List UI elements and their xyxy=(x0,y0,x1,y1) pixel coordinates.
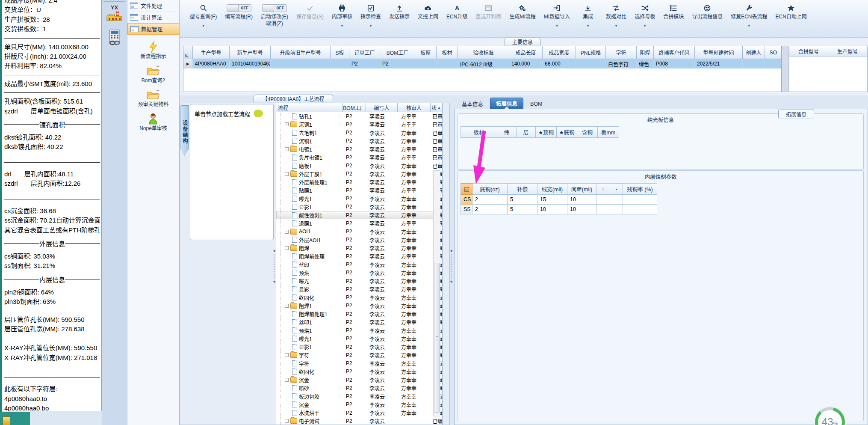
tree-row[interactable]: 负片电镀1P2李凌云方幸幸已审核 xyxy=(276,153,442,161)
dropdown-arrow-icon[interactable]: ▾ xyxy=(587,24,589,27)
dropdown-arrow-icon[interactable]: ▾ xyxy=(748,24,750,27)
dropdown-arrow-icon[interactable]: ▾ xyxy=(370,24,372,27)
tree-expander-icon[interactable]: - xyxy=(285,419,289,423)
dropdown-arrow-icon[interactable]: ▾ xyxy=(615,24,617,27)
tree-expander-icon[interactable]: - xyxy=(285,230,289,234)
column-header[interactable]: 阻焊 xyxy=(637,46,654,59)
tree-scrollbar-thumb[interactable] xyxy=(434,263,440,413)
toolbar-item[interactable]: 数据对比▾ xyxy=(602,3,630,27)
tree-row[interactable]: 去毛刺1P2李凌云方幸幸已审核 xyxy=(276,129,442,137)
toggle-off[interactable]: OFF xyxy=(262,4,287,12)
tree-row[interactable]: 丝印1P2李凌云方幸幸已审核 xyxy=(276,318,442,326)
column-header[interactable]: 板材 xyxy=(437,46,458,59)
collapse-left-icon[interactable]: ◀ xyxy=(450,249,452,253)
column-header[interactable]: 型号创建时间 xyxy=(695,46,743,59)
toolbar-item[interactable]: OFF启动修改(E)取消(Z) xyxy=(257,3,292,27)
tree-row[interactable]: 显影P2李凌云方幸幸已审核 xyxy=(276,285,442,293)
tree-column-header[interactable]: BOM工厂 xyxy=(342,103,366,112)
tree-row[interactable]: 显影1P2李凌云方幸幸已审核 xyxy=(276,343,442,351)
tree-row[interactable]: 喷砂P2李凌云方幸幸已审核 xyxy=(276,384,442,392)
collapse-left-icon[interactable]: ◀ xyxy=(273,280,275,283)
column-header[interactable]: 终端客户代码 xyxy=(654,46,695,59)
sidebar-item-预审关键物料[interactable]: 预审关键物料 xyxy=(138,88,168,108)
tree-expander-icon[interactable]: - xyxy=(285,172,289,176)
column-header[interactable]: ★顶铜 xyxy=(536,126,557,138)
tree-scrollbar[interactable] xyxy=(433,170,440,416)
tree-row[interactable]: 贴膜1P2李凌云方幸幸已审核 xyxy=(276,186,442,194)
column-header[interactable]: 补偿 xyxy=(508,183,537,195)
tab-main-info[interactable]: 主要信息 xyxy=(505,38,540,46)
column-header[interactable]: 间距(mil) xyxy=(567,183,596,195)
tree-row[interactable]: 阻焊前处理1P2李凌云方幸幸已审核 xyxy=(276,310,442,318)
tree-row[interactable]: -阻焊1P2李凌云方幸幸已审核 xyxy=(276,302,442,310)
tree-row[interactable]: -沉金P2李凌云方幸幸已审核 xyxy=(276,376,442,384)
tree-expander-icon[interactable]: - xyxy=(285,122,289,126)
tree-row[interactable]: 终固化P2李凌云方幸幸已审核 xyxy=(276,294,442,302)
tree-row[interactable]: 钻孔1P2李凌云方幸幸已审核 xyxy=(276,112,442,120)
toolbar-item[interactable]: 修复ECN丢流程▾ xyxy=(727,3,771,27)
etch-row[interactable]: SS251010 xyxy=(461,205,863,214)
column-header[interactable]: 生产型号 xyxy=(828,46,867,56)
sidebar-item-新流程指示[interactable]: 新流程指示 xyxy=(140,40,166,60)
tree-row[interactable]: 沉铜1P2李凌云方幸幸已审核 xyxy=(276,137,442,145)
column-header[interactable]: 成品长度 xyxy=(509,46,543,59)
toolbar-item[interactable]: ECN自动上网 xyxy=(772,3,810,20)
toolbar-item[interactable]: 生成MI流程 xyxy=(506,3,539,20)
collapse-left-icon[interactable]: ◀ xyxy=(450,280,452,283)
toolbar-item[interactable]: 选择母板▾ xyxy=(631,3,658,27)
sidebar-item-Bom查询2[interactable]: Bom查询2 xyxy=(142,64,165,84)
tree-row[interactable]: -AOI1P2李凌云方幸幸已审核 xyxy=(276,228,442,236)
collapse-left-icon[interactable]: ◀ xyxy=(273,249,275,253)
dropdown-arrow-icon[interactable]: ▾ xyxy=(644,24,646,27)
toolbar-item[interactable]: 指示检查▾ xyxy=(357,3,384,27)
tree-column-header[interactable]: 状▲ xyxy=(431,103,442,112)
column-header[interactable]: - xyxy=(610,183,623,195)
toolbar-item[interactable]: 集成▾ xyxy=(575,3,601,27)
toolbar-item[interactable]: MI数据导入▾ xyxy=(540,3,573,27)
tree-row[interactable]: 曝光1P2李凌云方幸幸已审核 xyxy=(276,335,442,343)
scroll-down-icon[interactable]: ▼ xyxy=(434,418,440,422)
tab-拓展信息[interactable]: 拓展信息 xyxy=(490,98,523,109)
tree-row[interactable]: 丝印P2李凌云方幸幸已审核 xyxy=(276,261,442,269)
tree-row[interactable]: -外层干膜1P2李凌云方幸幸已审核 xyxy=(276,170,442,178)
tree-row[interactable]: 预烘1P2李凌云方幸幸已审核 xyxy=(276,327,442,335)
tab-extended-info-corner[interactable]: 拓展信息 xyxy=(778,110,814,119)
column-header[interactable]: 板厚 xyxy=(415,46,437,59)
tree-row[interactable]: 外层前处理1P2李凌云方幸幸已审核 xyxy=(276,178,442,186)
tab-基本信息[interactable]: 基本信息 xyxy=(456,98,489,109)
column-header[interactable]: ★底铜 xyxy=(557,126,577,138)
splitter-left[interactable]: ◀ ◀ xyxy=(272,249,276,283)
column-header[interactable]: 残铜率 (%) xyxy=(623,183,657,195)
toolbar-item[interactable]: 合拼模块 xyxy=(660,3,687,20)
toolbar-item[interactable]: 文控上网 xyxy=(414,3,442,20)
tree-row[interactable]: 显影1P2李凌云方幸幸已审核 xyxy=(276,203,442,211)
column-header[interactable]: 验收标准 xyxy=(458,46,509,59)
tab-BOM[interactable]: BOM xyxy=(524,98,548,109)
tree-row[interactable]: -阻焊P2李凌云方幸幸已审核 xyxy=(276,244,442,252)
app-logo[interactable]: YX xyxy=(104,5,125,23)
tree-expander-icon[interactable]: - xyxy=(285,353,289,357)
column-header[interactable]: 字符 xyxy=(606,46,637,59)
tree-expander-icon[interactable]: - xyxy=(285,304,289,308)
tree-expander-icon[interactable]: - xyxy=(285,378,289,382)
dropdown-arrow-icon[interactable]: ▾ xyxy=(341,24,343,27)
column-header[interactable]: 创建人 xyxy=(743,46,765,59)
toolbar-item[interactable]: 内部审核▾ xyxy=(328,3,356,27)
sidebar-item-Nope单审核[interactable]: Nope单审核 xyxy=(139,112,167,132)
tree-row[interactable]: 外层AOI1P2李凌云方幸幸已审核 xyxy=(276,236,442,244)
splitter-grip[interactable] xyxy=(451,254,452,279)
column-header[interactable]: 生产型号 xyxy=(193,46,230,59)
tree-row[interactable]: 终固化P2李凌云方幸幸已审核 xyxy=(276,368,442,376)
toolbar-item[interactable]: AECN升级 xyxy=(443,3,471,20)
column-header[interactable]: 线宽(mil) xyxy=(537,183,567,195)
tree-row[interactable]: 酸性蚀刻1P2李凌云方幸幸已审核 xyxy=(276,211,442,219)
column-header[interactable]: 含铜 xyxy=(577,126,598,138)
table-row[interactable]: ▶4P0080HAA010010400190462P2P2IPC-6012 II… xyxy=(183,59,781,68)
toolbar-item[interactable]: 重选开料图 xyxy=(472,3,505,20)
calculator-link-icon[interactable] xyxy=(107,29,122,47)
toolbar-item[interactable]: 保存信息(S) xyxy=(293,3,327,20)
tree-row[interactable]: 沉金P2李凌云方幸幸已审核 xyxy=(276,401,442,409)
toolbar-item[interactable]: 导出流程信息 xyxy=(688,3,726,20)
tab-device-structure[interactable]: 设备结构 xyxy=(180,105,189,156)
tree-row[interactable]: 磨板1P2李凌云方幸幸已审核 xyxy=(276,162,442,170)
